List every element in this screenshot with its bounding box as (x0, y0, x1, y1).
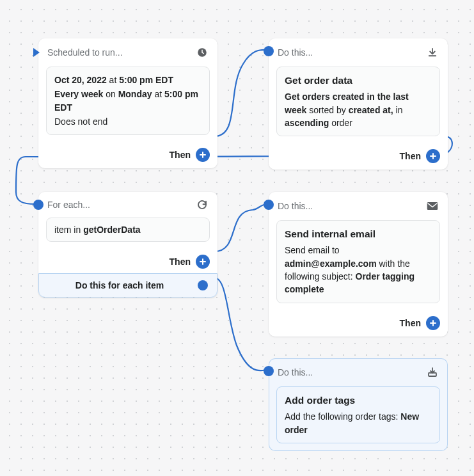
mail-icon (426, 200, 439, 212)
add-step-button[interactable] (196, 148, 210, 162)
node-scheduled-trigger[interactable]: Scheduled to run... Oct 20, 2022 at 5:00… (38, 38, 217, 168)
card-body: Get order data Get orders created in the… (276, 67, 440, 136)
card-header: Do this... (269, 192, 448, 220)
card-header: Do this... (269, 358, 448, 386)
download-icon (426, 46, 439, 59)
card-body: item in getOrderData (46, 218, 210, 242)
for-each-label: Do this for each item (48, 280, 191, 290)
node-get-order-data[interactable]: Do this... Get order data Get orders cre… (269, 38, 448, 170)
card-body: Oct 20, 2022 at 5:00 pm EDT Every week o… (46, 67, 210, 135)
input-port[interactable] (264, 46, 274, 56)
add-step-button[interactable] (426, 149, 440, 163)
input-port[interactable] (264, 366, 274, 376)
input-port[interactable] (264, 200, 274, 210)
card-body: Send internal email Send email to admin@… (276, 220, 440, 303)
svg-rect-2 (429, 373, 436, 376)
card-title: Do this... (278, 47, 420, 58)
loop-icon (196, 198, 209, 211)
node-add-order-tags[interactable]: Do this... Add order tags Add the follow… (269, 358, 448, 451)
then-label: Then (400, 318, 421, 328)
for-each-footer: Do this for each item (38, 273, 217, 298)
then-label: Then (170, 150, 191, 160)
card-header: Do this... (269, 38, 448, 67)
input-port[interactable] (33, 200, 43, 210)
node-send-email[interactable]: Do this... Send internal email Send emai… (269, 192, 448, 337)
then-row: Then (269, 311, 448, 337)
card-header: Scheduled to run... (38, 38, 217, 67)
then-row: Then (38, 250, 217, 274)
start-icon (32, 46, 41, 59)
node-for-each[interactable]: For each... item in getOrderData Then Do… (38, 192, 217, 298)
then-label: Then (400, 151, 421, 161)
add-step-button[interactable] (426, 316, 440, 330)
card-header: For each... (38, 192, 217, 218)
card-title: Do this... (278, 367, 420, 377)
card-title: Do this... (278, 201, 420, 211)
clock-icon (196, 46, 209, 59)
add-step-button[interactable] (196, 255, 210, 269)
card-body: Add order tags Add the following order t… (276, 386, 440, 443)
then-label: Then (170, 257, 191, 267)
import-icon (426, 366, 439, 379)
svg-rect-1 (427, 202, 438, 210)
each-item-port[interactable] (198, 280, 208, 290)
then-row: Then (38, 143, 217, 168)
then-row: Then (269, 144, 448, 170)
card-title: For each... (47, 200, 189, 210)
card-title: Scheduled to run... (47, 47, 189, 58)
